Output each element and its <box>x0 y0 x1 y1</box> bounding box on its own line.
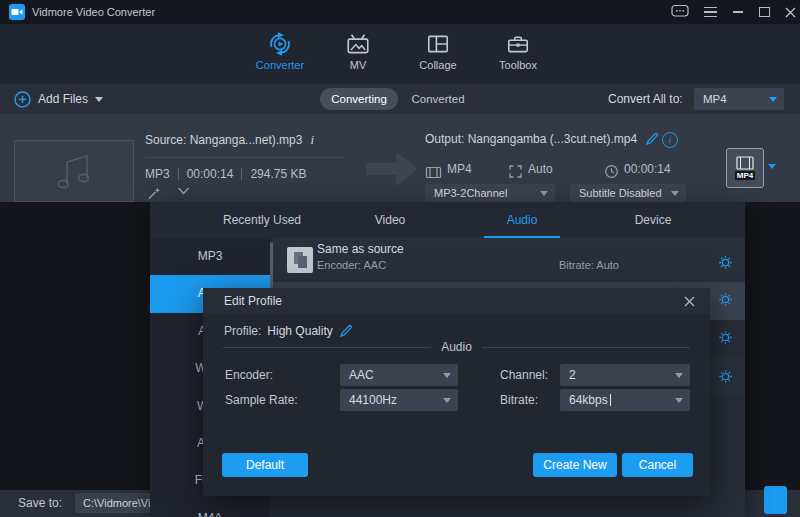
audio-section-header: Audio <box>223 340 690 354</box>
convert-all-label: Convert All to: <box>608 84 683 114</box>
add-files-button[interactable]: Add Files <box>14 84 103 114</box>
bitrate-combobox[interactable]: 64kbps <box>560 389 690 411</box>
profile-value: High Quality <box>267 324 332 338</box>
bitrate-value: 64kbps <box>569 389 611 411</box>
tab-converter[interactable]: Converter <box>242 24 318 84</box>
encoder-dropdown[interactable]: AAC <box>340 364 458 386</box>
close-button[interactable] <box>778 0 800 24</box>
audio-track-dropdown[interactable]: MP3-2Channel <box>425 184 555 202</box>
sidebar-item-m4a[interactable]: M4A <box>150 500 270 517</box>
edit-wand-icon[interactable] <box>147 186 161 200</box>
plus-icon <box>14 91 31 108</box>
source-duration: 00:00:14 <box>187 167 234 181</box>
format-chevron-icon[interactable] <box>768 164 776 169</box>
audio-thumbnail <box>14 140 134 202</box>
dialog-header: Edit Profile <box>203 288 710 314</box>
chevron-down-icon <box>675 373 683 378</box>
gear-icon[interactable] <box>718 292 733 307</box>
tab-collage[interactable]: Collage <box>400 24 476 84</box>
converter-icon <box>267 31 293 57</box>
output-resolution: Auto <box>528 162 553 176</box>
convert-all-button[interactable] <box>764 486 787 514</box>
output-file-name: Output: Nangangamba (...3cut.net).mp4 <box>425 132 637 146</box>
tab-audio[interactable]: Audio <box>482 202 562 238</box>
tab-collage-label: Collage <box>400 59 476 71</box>
chevron-down-icon <box>443 373 451 378</box>
tab-converted[interactable]: Converted <box>406 88 470 110</box>
channel-value: 2 <box>569 364 576 386</box>
bitrate-label: Bitrate: <box>500 393 538 407</box>
rename-pencil-icon[interactable] <box>645 132 659 146</box>
dialog-close-icon[interactable] <box>676 288 702 314</box>
profile-row-same-as-source[interactable]: Same as source Encoder: AAC Bitrate: Aut… <box>273 238 745 282</box>
output-file-line: Output: Nangangamba (...3cut.net).mp4 <box>425 132 659 146</box>
profile-name-line: Profile: High Quality <box>224 324 353 338</box>
tab-device[interactable]: Device <box>613 202 693 238</box>
clip-tool-icons <box>147 186 190 200</box>
tab-converter-label: Converter <box>242 59 318 71</box>
profile-encoder: Encoder: AAC <box>317 259 386 271</box>
format-button-label: MP4 <box>735 171 755 180</box>
source-meta: MP3 00:00:14 294.75 KB <box>145 167 306 181</box>
tab-mv-label: MV <box>320 59 396 71</box>
toolbox-icon <box>505 31 531 57</box>
output-info-icon[interactable]: i <box>662 132 678 148</box>
filmstrip-icon <box>736 156 754 170</box>
audio-track-value: MP3-2Channel <box>434 184 507 202</box>
cancel-button[interactable]: Cancel <box>622 453 693 477</box>
create-new-button[interactable]: Create New <box>533 453 617 477</box>
tab-recently-used[interactable]: Recently Used <box>192 202 332 238</box>
gear-icon[interactable] <box>718 369 733 384</box>
sample-rate-value: 44100Hz <box>349 389 397 411</box>
source-file-line: Source: Nanganga...net).mp3 i <box>145 132 314 148</box>
maximize-button[interactable] <box>752 0 776 24</box>
resolution-icon <box>508 164 523 179</box>
profile-title: Same as source <box>317 242 404 256</box>
divider <box>482 347 690 348</box>
gear-icon[interactable] <box>718 255 733 270</box>
chevron-down-icon <box>95 97 103 102</box>
tab-mv[interactable]: MV <box>320 24 396 84</box>
profile-tabbar: Recently Used Video Audio Device <box>150 202 745 239</box>
subtitle-value: Subtitle Disabled <box>579 184 662 202</box>
channel-dropdown[interactable]: 2 <box>560 364 690 386</box>
add-files-label: Add Files <box>38 92 88 106</box>
file-row: Source: Nanganga...net).mp3 i MP3 00:00:… <box>0 114 800 202</box>
tab-video[interactable]: Video <box>350 202 430 238</box>
convert-all-value: MP4 <box>703 88 727 110</box>
output-format: MP4 <box>447 162 472 176</box>
source-size: 294.75 KB <box>250 167 306 181</box>
info-icon[interactable]: i <box>310 132 314 148</box>
main-nav: Converter MV Collage Toolbox <box>0 24 800 84</box>
edit-profile-dialog: Edit Profile Profile: High Quality Audio… <box>203 288 710 496</box>
tab-converting[interactable]: Converting <box>320 88 398 110</box>
sample-rate-label: Sample Rate: <box>225 393 298 407</box>
divider <box>223 347 431 348</box>
profile-pages-icon <box>287 247 313 273</box>
convert-all-dropdown[interactable]: MP4 <box>694 88 784 110</box>
output-duration: 00:00:14 <box>624 162 671 176</box>
tab-toolbox[interactable]: Toolbox <box>480 24 556 84</box>
default-button[interactable]: Default <box>222 453 308 477</box>
cut-chevron-icon[interactable] <box>177 186 190 196</box>
menu-icon[interactable] <box>698 0 722 24</box>
collage-icon <box>425 31 451 57</box>
feedback-icon[interactable] <box>668 0 692 24</box>
encoder-label: Encoder: <box>225 368 273 382</box>
sidebar-item-mp3[interactable]: MP3 <box>150 238 270 275</box>
subtitle-dropdown[interactable]: Subtitle Disabled <box>570 184 686 202</box>
output-format-button[interactable]: MP4 <box>726 148 764 188</box>
text-cursor <box>610 394 611 406</box>
profile-bitrate: Bitrate: Auto <box>559 259 619 271</box>
sample-rate-dropdown[interactable]: 44100Hz <box>340 389 458 411</box>
source-file-name: Source: Nanganga...net).mp3 <box>145 133 302 147</box>
gear-icon[interactable] <box>718 330 733 345</box>
app-logo-icon <box>9 4 25 20</box>
chevron-down-icon <box>540 191 548 196</box>
chevron-down-icon <box>443 398 451 403</box>
channel-label: Channel: <box>500 368 548 382</box>
rename-pencil-icon[interactable] <box>339 324 353 338</box>
chevron-down-icon <box>675 398 683 403</box>
minimize-button[interactable] <box>726 0 750 24</box>
app-title: Vidmore Video Converter <box>32 0 155 24</box>
